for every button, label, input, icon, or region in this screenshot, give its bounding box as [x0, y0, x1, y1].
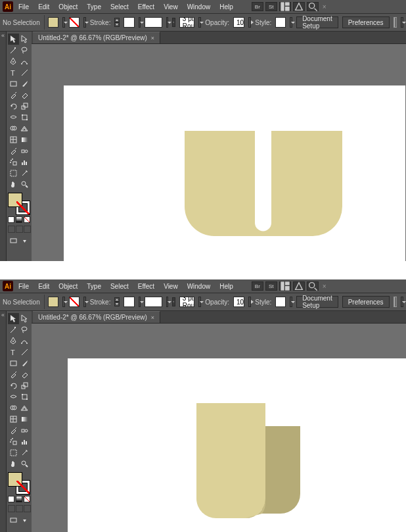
menu-object[interactable]: Object [55, 281, 81, 291]
preferences-button[interactable]: Preferences [342, 296, 390, 308]
zoom-tool[interactable] [19, 179, 30, 190]
color-swatch-none[interactable] [24, 216, 30, 223]
width-tool[interactable] [8, 391, 19, 402]
graphic-style-dropdown[interactable] [290, 17, 292, 28]
stroke-weight-field[interactable] [124, 17, 134, 28]
line-segment-tool[interactable] [19, 67, 30, 78]
magic-wand-tool[interactable] [8, 324, 19, 335]
menu-file[interactable]: File [14, 281, 33, 291]
width-tool[interactable] [8, 112, 19, 123]
lasso-tool[interactable] [19, 45, 30, 56]
brush-dropdown[interactable] [198, 297, 201, 307]
menu-tooltip-close[interactable]: × [320, 3, 329, 11]
stroke-profile-dropdown[interactable] [166, 17, 169, 28]
bridge-chip-st[interactable]: St [265, 281, 277, 291]
lasso-tool[interactable] [19, 324, 30, 335]
blend-tool[interactable] [19, 425, 30, 436]
paintbrush-tool[interactable] [19, 358, 30, 369]
menu-select[interactable]: Select [106, 2, 133, 12]
menu-file[interactable]: File [14, 2, 33, 12]
type-tool[interactable]: T [8, 67, 19, 78]
free-transform-tool[interactable] [19, 112, 30, 123]
gpu-preview-icon[interactable] [293, 2, 305, 11]
menu-tooltip-close[interactable]: × [320, 283, 329, 290]
shaper-tool[interactable] [8, 369, 19, 380]
color-swatch-solid[interactable] [8, 216, 14, 223]
column-graph-tool[interactable] [19, 157, 30, 168]
scale-tool[interactable] [19, 380, 30, 391]
shape-builder-tool[interactable] [8, 402, 19, 414]
artboard-tool[interactable] [8, 168, 19, 179]
selection-tool[interactable] [8, 313, 19, 324]
brush-dropdown[interactable] [198, 17, 201, 28]
fill-stroke-indicator[interactable] [8, 193, 30, 215]
menu-select[interactable]: Select [106, 281, 133, 291]
canvas[interactable]: 5 1 0 [32, 44, 406, 261]
zoom-tool[interactable] [19, 458, 30, 470]
pen-tool[interactable] [8, 335, 19, 347]
menu-view[interactable]: View [160, 281, 182, 291]
canvas[interactable] [32, 324, 406, 532]
rotate-tool[interactable] [8, 380, 19, 391]
scale-tool[interactable] [19, 101, 30, 112]
screen-mode-button[interactable] [8, 515, 19, 526]
draw-inside-icon[interactable] [24, 505, 31, 512]
arrange-docs-icon[interactable] [279, 2, 291, 11]
align-panel-icon[interactable] [394, 17, 397, 28]
stroke-swatch[interactable] [69, 17, 79, 28]
free-transform-tool[interactable] [19, 391, 30, 402]
shape-builder-tool[interactable] [8, 123, 19, 134]
doc-tab-close-icon[interactable]: × [151, 35, 154, 41]
draw-behind-icon[interactable] [16, 505, 23, 512]
menu-object[interactable]: Object [55, 2, 81, 12]
gradient-tool[interactable] [19, 134, 30, 145]
rectangle-tool[interactable] [8, 358, 19, 369]
opacity-popup[interactable] [248, 297, 251, 307]
brush-prev-icon[interactable] [172, 18, 175, 27]
menu-effect[interactable]: Effect [134, 281, 158, 291]
perspective-grid-tool[interactable] [19, 123, 30, 134]
menu-edit[interactable]: Edit [34, 281, 53, 291]
sidebar-toggle[interactable]: « [0, 32, 7, 261]
symbol-sprayer-tool[interactable] [8, 436, 19, 447]
color-swatch-solid[interactable] [8, 496, 14, 502]
curvature-tool[interactable] [19, 335, 30, 347]
column-graph-tool[interactable] [19, 436, 30, 447]
menu-window[interactable]: Window [183, 2, 215, 12]
eyedropper-tool[interactable] [8, 425, 19, 436]
menu-effect[interactable]: Effect [134, 2, 158, 12]
draw-behind-icon[interactable] [16, 226, 23, 233]
selection-tool[interactable] [8, 34, 19, 45]
eyedropper-tool[interactable] [8, 145, 19, 157]
graphic-style-dropdown[interactable] [290, 297, 292, 307]
brush-prev-icon[interactable] [172, 297, 175, 306]
menu-type[interactable]: Type [83, 281, 105, 291]
doc-tab[interactable]: Untitled-2* @ 66.67% (RGB/Preview) × [33, 32, 160, 43]
menu-window[interactable]: Window [183, 281, 215, 291]
perspective-grid-tool[interactable] [19, 402, 30, 414]
menu-edit[interactable]: Edit [34, 2, 53, 12]
menu-type[interactable]: Type [83, 2, 105, 12]
stroke-weight-field[interactable] [124, 297, 134, 307]
document-setup-button[interactable]: Document Setup [296, 16, 338, 28]
eraser-tool[interactable] [19, 369, 30, 380]
stroke-swatch[interactable] [69, 297, 79, 307]
graphic-style-swatch[interactable] [275, 17, 286, 28]
fill-swatch[interactable] [48, 297, 58, 307]
shaper-tool[interactable] [8, 89, 19, 101]
blend-tool[interactable] [19, 145, 30, 157]
bridge-chip-br[interactable]: Br [252, 2, 263, 11]
search-help-icon[interactable] [307, 2, 319, 11]
align-panel-dropdown[interactable] [401, 17, 403, 28]
hand-tool[interactable] [8, 458, 19, 470]
direct-selection-tool[interactable] [19, 313, 30, 324]
color-swatch-none[interactable] [24, 496, 30, 502]
screen-mode-dropdown[interactable] [19, 515, 30, 526]
brush-field[interactable]: 3 pt. Round [179, 297, 195, 307]
stroke-dropdown[interactable] [83, 297, 86, 307]
artboard-tool[interactable] [8, 447, 19, 458]
document-setup-button[interactable]: Document Setup [296, 296, 338, 308]
opacity-field[interactable]: 100% [233, 297, 244, 307]
type-tool[interactable]: T [8, 347, 19, 358]
color-swatch-gradient[interactable] [16, 496, 22, 502]
